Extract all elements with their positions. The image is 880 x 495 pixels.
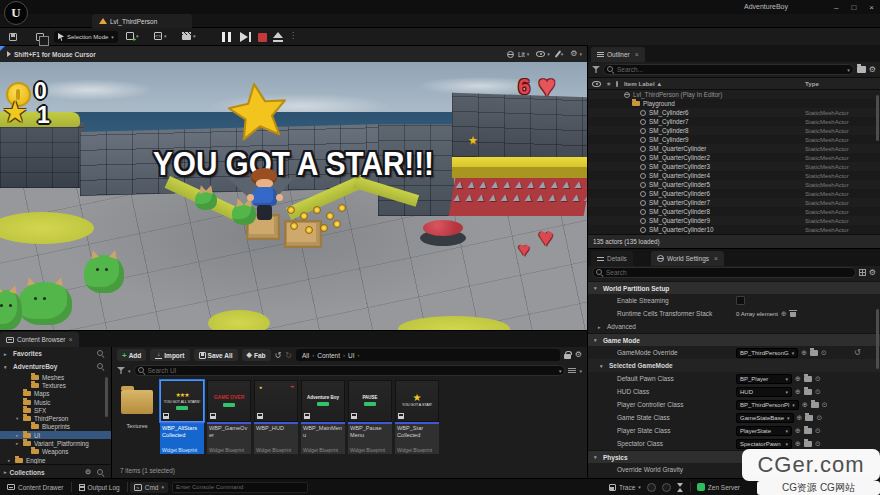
add-element-icon[interactable]: ⊕ <box>795 427 801 435</box>
filter-icon[interactable] <box>592 66 600 73</box>
asset-search-input[interactable] <box>148 367 559 374</box>
browse-asset-icon[interactable] <box>804 376 812 382</box>
breadcrumb-item[interactable]: All› <box>302 352 314 359</box>
console-command-field[interactable] <box>172 482 308 493</box>
value-dropdown[interactable]: GameStateBase▾ <box>736 413 794 423</box>
output-log-button[interactable]: Output Log <box>72 479 127 495</box>
view-options-icon[interactable] <box>568 368 576 369</box>
folder-tree-item[interactable]: ▸ Engine <box>0 456 111 464</box>
target-icon[interactable]: ⊙ <box>85 468 91 476</box>
close-button[interactable]: × <box>869 3 874 12</box>
asset-tile[interactable]: Adventure Boy WBP_MainMenu Widget Bluepr… <box>301 380 345 454</box>
expander-arrow[interactable]: ▾ <box>594 285 603 291</box>
outliner-row[interactable]: Lvl_ThirdPerson (Play In Editor) <box>588 90 880 99</box>
asset-tile[interactable]: Textures <box>117 380 157 454</box>
eject-button[interactable] <box>273 32 283 38</box>
blueprints-dropdown[interactable]: <>▾ <box>154 32 167 40</box>
add-element-icon[interactable]: ⊕ <box>802 401 808 409</box>
save-all-button[interactable]: Save All <box>194 349 238 361</box>
column-type[interactable]: Type <box>805 80 819 87</box>
add-element-icon[interactable]: ⊕ <box>801 349 807 357</box>
outliner-search[interactable]: ▾ <box>603 64 854 75</box>
folder-tree-item[interactable]: Blueprints <box>0 423 111 431</box>
minimize-button[interactable]: – <box>834 3 838 12</box>
favorite-column-icon[interactable]: ★ <box>606 81 611 87</box>
outliner-row[interactable]: SM_QuarterCylinder2 StaticMeshActor <box>588 153 880 162</box>
maximize-button[interactable]: □ <box>851 3 856 12</box>
outliner-row[interactable]: SM_Cylinder6 StaticMeshActor <box>588 108 880 117</box>
outliner-row[interactable]: SM_QuarterCylinder9 StaticMeshActor <box>588 216 880 225</box>
folder-tree-item[interactable]: ▸ UI <box>0 431 111 439</box>
cinematics-dropdown[interactable]: ▾ <box>182 32 196 40</box>
use-selected-icon[interactable]: ⊙ <box>815 427 821 435</box>
tab-details[interactable]: Details <box>591 251 633 266</box>
outliner-row[interactable]: SM_QuarterCylinder7 StaticMeshActor <box>588 198 880 207</box>
folder-tree-item[interactable]: Meshes <box>0 373 111 381</box>
search-icon[interactable] <box>97 363 104 370</box>
settings-search[interactable] <box>592 267 856 278</box>
outliner-scrollbar[interactable] <box>876 95 879 141</box>
outliner-row[interactable]: Playground <box>588 99 880 108</box>
settings-row[interactable]: Game State Class GameStateBase▾ GameStat… <box>588 411 880 424</box>
settings-row[interactable]: ▸ Advanced ▾ ⊕ ⊙ ↺ <box>588 320 880 333</box>
selection-mode-dropdown[interactable]: Selection Mode ▾ <box>54 31 118 43</box>
tab-level[interactable]: Lvl_ThirdPerson <box>92 14 192 28</box>
checkbox[interactable] <box>736 296 745 305</box>
settings-row[interactable]: Default Pawn Class BP_Player▾ BP_Player … <box>588 372 880 385</box>
content-settings-icon[interactable]: ⚙ <box>575 351 582 359</box>
chevron-down-icon[interactable]: ▾ <box>847 67 850 73</box>
settings-row[interactable]: HUD Class HUD▾ HUD ⊕ ⊙ ↺ <box>588 385 880 398</box>
value-dropdown[interactable]: HUD▾ <box>736 387 792 397</box>
close-icon[interactable]: × <box>68 336 72 343</box>
breadcrumb[interactable]: All›Content›UI› <box>296 349 560 361</box>
settings-search-input[interactable] <box>606 269 855 276</box>
outliner-search-input[interactable] <box>617 66 847 73</box>
browse-asset-icon[interactable] <box>804 441 812 447</box>
asset-tile[interactable]: PAUSE WBP_Pause Menu Widget Blueprint <box>348 380 392 454</box>
more-options-icon[interactable]: ⋮ <box>289 31 297 40</box>
settings-row[interactable]: ▾ Game Mode ▾ ⊕ ⊙ ↺ <box>588 333 880 346</box>
expander-arrow[interactable]: ▾ <box>600 363 609 369</box>
settings-gear-icon[interactable]: ⚙ <box>869 269 876 277</box>
asset-search[interactable]: ▾ <box>134 365 566 376</box>
add-actor-dropdown[interactable]: ▾ <box>126 32 139 40</box>
viewport-settings-dropdown[interactable]: ⚙▾ <box>570 50 582 58</box>
value-dropdown[interactable]: BP_Player▾ <box>736 374 792 384</box>
folder-tree-item[interactable]: ▾ ThirdPerson <box>0 414 111 422</box>
browse-asset-icon[interactable] <box>811 402 819 408</box>
search-icon[interactable] <box>97 350 104 357</box>
tab-world-settings[interactable]: World Settings × <box>651 251 724 266</box>
folder-tree-item[interactable]: SFX <box>0 406 111 414</box>
browse-asset-icon[interactable] <box>804 389 812 395</box>
delete-icon[interactable] <box>790 310 796 317</box>
close-icon[interactable]: × <box>714 255 718 262</box>
settings-row[interactable]: ▾ Selected GameMode ▾ ⊕ ⊙ ↺ <box>588 359 880 372</box>
stop-button[interactable] <box>258 33 267 42</box>
settings-row[interactable]: GameMode Override BP_ThirdPersonG▾ BP_Th… <box>588 346 880 359</box>
level-viewport[interactable]: Shift+F1 for Mouse Cursor Lit ▾ ▾ ▾ ⚙▾ <box>0 46 587 330</box>
asset-tile[interactable]: WBP_HUD Widget Blueprint <box>254 380 298 454</box>
search-icon[interactable] <box>97 469 104 476</box>
content-drawer-button[interactable]: Content Drawer <box>0 479 71 495</box>
fab-button[interactable]: ◆Fab <box>242 349 271 361</box>
history-back-icon[interactable]: ↺ <box>275 351 282 360</box>
value-dropdown[interactable]: SpectatorPawn▾ <box>736 439 792 449</box>
outliner-row[interactable]: SM_Cylinder7 StaticMeshActor <box>588 117 880 126</box>
settings-row[interactable]: Player State Class PlayerState▾ PlayerSt… <box>588 424 880 437</box>
expander-arrow[interactable]: ▾ <box>594 454 603 460</box>
filter-icon[interactable] <box>117 367 125 374</box>
show-flags-dropdown[interactable]: ▾ <box>536 51 550 57</box>
column-item-label[interactable]: Item Label ▲ <box>624 80 662 87</box>
history-forward-icon[interactable]: ↻ <box>285 351 292 360</box>
add-element-icon[interactable]: ⊕ <box>795 388 801 396</box>
asset-tile[interactable]: YOU GOT ALL STARS! WBP_AllStars Collecte… <box>160 380 204 454</box>
browse-content-icon[interactable] <box>36 33 44 41</box>
use-selected-icon[interactable]: ⊙ <box>815 440 821 448</box>
lock-icon[interactable] <box>564 354 571 359</box>
breadcrumb-item[interactable]: Content› <box>317 352 345 359</box>
edit-dropdown[interactable]: ▾ <box>557 50 564 58</box>
save-icon[interactable] <box>9 33 17 41</box>
game-view[interactable]: ▲▲▲▲▲▲▲▲▲▲▲▲▲▲ ▲▲▲▲▲▲▲▲▲▲▲▲▲▲ <box>0 62 587 330</box>
add-element-icon[interactable]: ⊕ <box>797 414 803 422</box>
folder-tree-item[interactable]: Music <box>0 398 111 406</box>
